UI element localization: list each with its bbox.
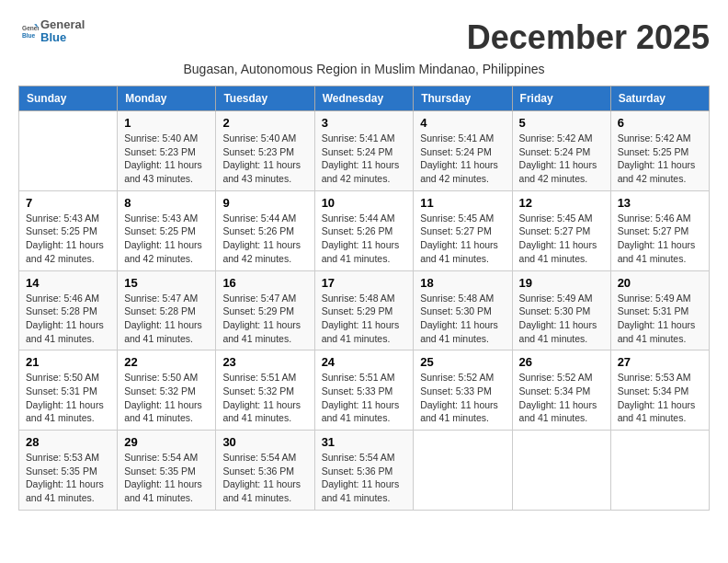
- day-info: Sunrise: 5:53 AMSunset: 5:34 PMDaylight:…: [618, 371, 702, 425]
- calendar-cell: 1Sunrise: 5:40 AMSunset: 5:23 PMDaylight…: [118, 111, 216, 191]
- day-info: Sunrise: 5:47 AMSunset: 5:29 PMDaylight:…: [222, 292, 307, 346]
- logo: General Blue General Blue: [18, 18, 85, 45]
- calendar-cell: 31Sunrise: 5:54 AMSunset: 5:36 PMDayligh…: [314, 431, 414, 511]
- day-number: 16: [222, 276, 307, 290]
- day-number: 30: [222, 435, 307, 449]
- calendar-week-5: 28Sunrise: 5:53 AMSunset: 5:35 PMDayligh…: [19, 431, 710, 511]
- calendar-cell: 11Sunrise: 5:45 AMSunset: 5:27 PMDayligh…: [414, 190, 512, 270]
- day-info: Sunrise: 5:40 AMSunset: 5:23 PMDaylight:…: [124, 132, 209, 186]
- calendar-cell: 4Sunrise: 5:41 AMSunset: 5:24 PMDaylight…: [414, 111, 512, 191]
- calendar-table: SundayMondayTuesdayWednesdayThursdayFrid…: [18, 86, 710, 511]
- day-info: Sunrise: 5:47 AMSunset: 5:28 PMDaylight:…: [124, 292, 209, 346]
- page-header: General Blue General Blue December 2025: [18, 18, 710, 57]
- day-number: 20: [618, 276, 702, 290]
- day-number: 10: [322, 196, 407, 210]
- logo-icon: General Blue: [22, 23, 39, 40]
- calendar-cell: 23Sunrise: 5:51 AMSunset: 5:32 PMDayligh…: [216, 350, 314, 431]
- day-info: Sunrise: 5:45 AMSunset: 5:27 PMDaylight:…: [519, 212, 604, 266]
- calendar-cell: 7Sunrise: 5:43 AMSunset: 5:25 PMDaylight…: [19, 190, 118, 270]
- calendar-cell: 28Sunrise: 5:53 AMSunset: 5:35 PMDayligh…: [19, 431, 118, 511]
- day-number: 21: [26, 355, 110, 369]
- day-number: 7: [26, 196, 110, 210]
- day-number: 29: [124, 435, 209, 449]
- calendar-cell: 9Sunrise: 5:44 AMSunset: 5:26 PMDaylight…: [216, 190, 314, 270]
- calendar-cell: 16Sunrise: 5:47 AMSunset: 5:29 PMDayligh…: [216, 270, 314, 350]
- day-number: 17: [322, 276, 407, 290]
- day-info: Sunrise: 5:43 AMSunset: 5:25 PMDaylight:…: [26, 212, 110, 266]
- day-number: 23: [222, 355, 307, 369]
- day-info: Sunrise: 5:46 AMSunset: 5:27 PMDaylight:…: [618, 212, 702, 266]
- calendar-cell: 29Sunrise: 5:54 AMSunset: 5:35 PMDayligh…: [118, 431, 216, 511]
- day-number: 11: [420, 196, 505, 210]
- day-number: 5: [519, 116, 604, 130]
- calendar-cell: 10Sunrise: 5:44 AMSunset: 5:26 PMDayligh…: [314, 190, 414, 270]
- day-info: Sunrise: 5:41 AMSunset: 5:24 PMDaylight:…: [322, 132, 407, 186]
- day-number: 6: [618, 116, 702, 130]
- calendar-cell: 20Sunrise: 5:49 AMSunset: 5:31 PMDayligh…: [610, 270, 709, 350]
- day-info: Sunrise: 5:54 AMSunset: 5:36 PMDaylight:…: [322, 451, 407, 505]
- day-number: 3: [322, 116, 407, 130]
- calendar-cell: 5Sunrise: 5:42 AMSunset: 5:24 PMDaylight…: [512, 111, 610, 191]
- day-info: Sunrise: 5:44 AMSunset: 5:26 PMDaylight:…: [322, 212, 407, 266]
- column-header-saturday: Saturday: [610, 86, 709, 111]
- day-number: 9: [222, 196, 307, 210]
- column-header-wednesday: Wednesday: [314, 86, 414, 111]
- calendar-cell: 24Sunrise: 5:51 AMSunset: 5:33 PMDayligh…: [314, 350, 414, 431]
- calendar-cell: 6Sunrise: 5:42 AMSunset: 5:25 PMDaylight…: [610, 111, 709, 191]
- column-header-sunday: Sunday: [19, 86, 118, 111]
- calendar-cell: 25Sunrise: 5:52 AMSunset: 5:33 PMDayligh…: [414, 350, 512, 431]
- calendar-week-2: 7Sunrise: 5:43 AMSunset: 5:25 PMDaylight…: [19, 190, 710, 270]
- column-header-tuesday: Tuesday: [216, 86, 314, 111]
- day-info: Sunrise: 5:45 AMSunset: 5:27 PMDaylight:…: [420, 212, 505, 266]
- day-info: Sunrise: 5:49 AMSunset: 5:31 PMDaylight:…: [618, 292, 702, 346]
- calendar-cell: 18Sunrise: 5:48 AMSunset: 5:30 PMDayligh…: [414, 270, 512, 350]
- calendar-cell: 12Sunrise: 5:45 AMSunset: 5:27 PMDayligh…: [512, 190, 610, 270]
- day-number: 15: [124, 276, 209, 290]
- calendar-cell: 15Sunrise: 5:47 AMSunset: 5:28 PMDayligh…: [118, 270, 216, 350]
- calendar-cell: 22Sunrise: 5:50 AMSunset: 5:32 PMDayligh…: [118, 350, 216, 431]
- calendar-cell: 21Sunrise: 5:50 AMSunset: 5:31 PMDayligh…: [19, 350, 118, 431]
- calendar-cell: [414, 431, 512, 511]
- day-number: 24: [322, 355, 407, 369]
- month-title: December 2025: [467, 18, 710, 57]
- day-info: Sunrise: 5:54 AMSunset: 5:35 PMDaylight:…: [124, 451, 209, 505]
- day-info: Sunrise: 5:41 AMSunset: 5:24 PMDaylight:…: [420, 132, 505, 186]
- column-header-thursday: Thursday: [414, 86, 512, 111]
- column-header-monday: Monday: [118, 86, 216, 111]
- column-header-friday: Friday: [512, 86, 610, 111]
- calendar-cell: 13Sunrise: 5:46 AMSunset: 5:27 PMDayligh…: [610, 190, 709, 270]
- day-info: Sunrise: 5:52 AMSunset: 5:34 PMDaylight:…: [519, 371, 604, 425]
- day-number: 2: [222, 116, 307, 130]
- day-number: 13: [618, 196, 702, 210]
- calendar-week-4: 21Sunrise: 5:50 AMSunset: 5:31 PMDayligh…: [19, 350, 710, 431]
- calendar-cell: [610, 431, 709, 511]
- calendar-week-3: 14Sunrise: 5:46 AMSunset: 5:28 PMDayligh…: [19, 270, 710, 350]
- location-subtitle: Bugasan, Autonomous Region in Muslim Min…: [18, 62, 710, 76]
- day-info: Sunrise: 5:51 AMSunset: 5:33 PMDaylight:…: [322, 371, 407, 425]
- logo-general: General: [40, 18, 85, 31]
- day-info: Sunrise: 5:54 AMSunset: 5:36 PMDaylight:…: [222, 451, 307, 505]
- calendar-cell: 19Sunrise: 5:49 AMSunset: 5:30 PMDayligh…: [512, 270, 610, 350]
- day-info: Sunrise: 5:44 AMSunset: 5:26 PMDaylight:…: [222, 212, 307, 266]
- day-number: 4: [420, 116, 505, 130]
- day-number: 28: [26, 435, 110, 449]
- day-info: Sunrise: 5:48 AMSunset: 5:29 PMDaylight:…: [322, 292, 407, 346]
- day-number: 18: [420, 276, 505, 290]
- day-info: Sunrise: 5:42 AMSunset: 5:25 PMDaylight:…: [618, 132, 702, 186]
- day-number: 31: [322, 435, 407, 449]
- day-info: Sunrise: 5:52 AMSunset: 5:33 PMDaylight:…: [420, 371, 505, 425]
- day-number: 14: [26, 276, 110, 290]
- svg-text:General: General: [22, 26, 39, 32]
- day-info: Sunrise: 5:42 AMSunset: 5:24 PMDaylight:…: [519, 132, 604, 186]
- day-info: Sunrise: 5:43 AMSunset: 5:25 PMDaylight:…: [124, 212, 209, 266]
- calendar-cell: 30Sunrise: 5:54 AMSunset: 5:36 PMDayligh…: [216, 431, 314, 511]
- calendar-cell: 27Sunrise: 5:53 AMSunset: 5:34 PMDayligh…: [610, 350, 709, 431]
- day-number: 8: [124, 196, 209, 210]
- calendar-cell: 8Sunrise: 5:43 AMSunset: 5:25 PMDaylight…: [118, 190, 216, 270]
- day-info: Sunrise: 5:50 AMSunset: 5:32 PMDaylight:…: [124, 371, 209, 425]
- day-info: Sunrise: 5:48 AMSunset: 5:30 PMDaylight:…: [420, 292, 505, 346]
- day-info: Sunrise: 5:49 AMSunset: 5:30 PMDaylight:…: [519, 292, 604, 346]
- day-number: 1: [124, 116, 209, 130]
- calendar-cell: 2Sunrise: 5:40 AMSunset: 5:23 PMDaylight…: [216, 111, 314, 191]
- day-number: 25: [420, 355, 505, 369]
